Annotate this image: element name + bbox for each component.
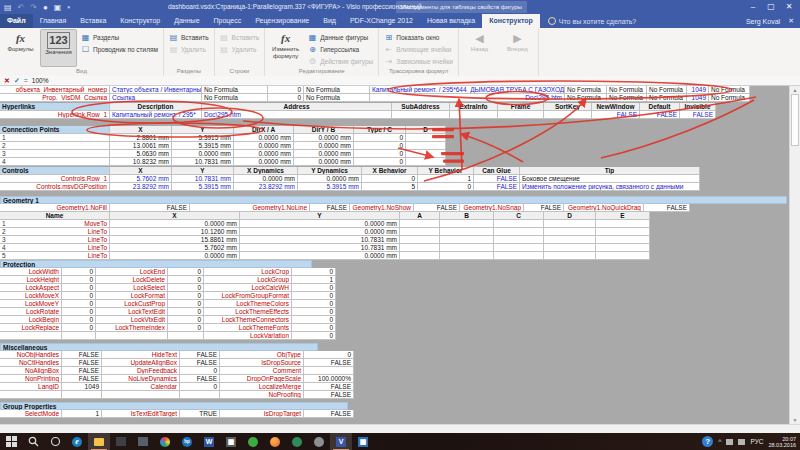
sheet-cell[interactable] [304,367,354,375]
scrollbar-thumb[interactable] [791,94,799,146]
row-label-cell[interactable]: объекта_Инвентарный_номер [0,86,110,94]
horizontal-scrollbar[interactable] [0,424,800,433]
sheet-cell[interactable]: 0 [62,284,96,292]
sheet-cell[interactable]: FALSE [180,375,220,383]
sheet-cell[interactable] [440,228,494,236]
sheet-cell[interactable]: No Formula [709,94,750,102]
sheet-cell[interactable]: 1 [292,276,336,284]
sheet-cell[interactable] [494,236,544,244]
sheet-cell[interactable]: 0.0000 mm [294,150,354,158]
sheet-cell[interactable]: 5.0630 mm [110,150,172,158]
values-123-button[interactable]: 123Значения [40,29,77,67]
tray-icon[interactable] [726,439,733,445]
sheet-cell[interactable] [400,220,440,228]
taskbar-store[interactable] [110,433,132,450]
sheet-cell[interactable]: 0 [168,300,204,308]
row-label-cell[interactable]: Comment [220,367,304,375]
sheet-cell[interactable]: 5.7602 mm [110,175,172,183]
sheet-cell[interactable]: 0.0000 mm [298,175,362,183]
sheet-cell[interactable]: FALSE [180,351,220,359]
row-label-cell[interactable]: Calendar [102,383,180,391]
cancel-formula-icon[interactable]: ✕ [4,77,10,85]
row-label-cell[interactable]: Geometry1.NoQuickDrag [564,204,644,212]
sheet-cell[interactable] [494,220,544,228]
row-label-cell[interactable]: LockThemeIndex [96,324,168,332]
sheet-cell[interactable] [62,332,96,340]
hyperlink-button[interactable]: ⊕Гиперссылка [305,43,376,55]
sheet-cell[interactable]: FALSE [304,359,354,367]
tab-pdf-xchange-2012[interactable]: PDF-XChange 2012 [343,14,420,28]
sheet-cell[interactable]: 0.0000 mm [294,142,354,150]
row-label-cell[interactable]: UpdateAlignBox [102,359,180,367]
row-label-cell[interactable]: LockAspect [0,284,62,292]
tab-данные[interactable]: Данные [167,14,206,28]
row-label-cell[interactable]: LockRotate [0,308,62,316]
taskbar-search-icon[interactable] [22,433,44,450]
sheet-cell[interactable] [596,244,650,252]
sheet-cell[interactable]: 13.0061 mm [110,142,172,150]
sheet-cell[interactable] [406,158,446,166]
taskbar-app-globe[interactable] [286,433,308,450]
precedents-button[interactable]: ⇤Влияющие ячейки [381,43,456,55]
user-icon[interactable]: ● [43,3,48,12]
user-name[interactable]: Serg Koval [746,18,780,25]
sheet-cell[interactable] [440,244,494,252]
sheet-cell[interactable] [596,228,650,236]
sheet-cell[interactable]: 0 [354,158,406,166]
sheet-cell[interactable]: 0.0000 mm [110,252,240,260]
sheet-cell[interactable] [498,111,544,119]
row-label-cell[interactable]: LockDelete [96,276,168,284]
minimize-button[interactable]: – [744,0,762,14]
language-indicator[interactable]: РУС [750,438,763,445]
row-label-cell[interactable]: LangID [0,383,62,391]
qat-dropdown-icon[interactable]: ▾ [67,4,70,10]
sheet-cell[interactable]: 15.8861 mm [110,236,240,244]
row-label-cell[interactable]: Controls.Row_1 [0,175,110,183]
redo-icon[interactable]: ↷ [30,3,37,12]
sheet-cell[interactable]: Doc\295.htm [202,111,392,119]
row-label-cell[interactable]: IsTextEditTarget [102,410,180,418]
sheet-cell[interactable]: 5.3915 mm [172,142,234,150]
taskbar-app-grid[interactable]: ▦ [352,433,374,450]
sheet-cell[interactable]: 2 [0,142,110,150]
sheet-cell[interactable]: No Formula [565,94,607,102]
sheet-cell[interactable]: 0.0000 mm [234,158,294,166]
tab-tool-constructor[interactable]: Конструктор [482,14,540,28]
sheet-cell[interactable]: 2LineTo [0,228,110,236]
sheet-cell[interactable]: FALSE [524,204,564,212]
sheet-cell[interactable]: 23.8292 mm [110,183,172,191]
sheet-cell[interactable] [450,111,498,119]
row-label-cell[interactable]: LockTextEdit [96,308,168,316]
taskbar-edge[interactable]: e [66,433,88,450]
row-label-cell[interactable]: NoCtlHandles [0,359,62,367]
sheet-cell[interactable]: 5LineTo [0,252,110,260]
maximize-button[interactable]: ▢ [762,0,780,14]
sheet-cell[interactable]: 4LineTo [0,244,110,252]
sheet-cell[interactable]: FALSE [62,375,102,383]
sheet-cell[interactable]: 0.0000 mm [110,220,240,228]
sheet-cell[interactable]: FALSE [680,111,716,119]
sheet-cell[interactable] [494,252,544,260]
row-label-cell[interactable]: DropOnPageScale [220,375,304,383]
sheet-cell[interactable]: 0 [304,351,354,359]
sheet-cell[interactable]: 0 [354,134,406,142]
back-arrow-button[interactable]: ◀Назад [461,29,498,67]
sheet-cell[interactable]: 0 [292,300,336,308]
scroll-down-icon[interactable]: ▼ [790,416,800,424]
row-label-cell[interactable]: LockVariation [204,332,292,340]
sheet-cell[interactable]: 3LineTo [0,236,110,244]
sheet-cell[interactable]: FALSE [62,351,102,359]
row-label-cell[interactable]: Hyperlink.Row_1 [0,111,110,119]
row-label-cell[interactable]: LockGroup [204,276,292,284]
row-label-cell[interactable]: LockEnd [96,268,168,276]
taskbar-calculator[interactable]: ▦ [220,433,242,450]
sheet-cell[interactable] [400,228,440,236]
row-label-cell[interactable]: LockVtxEdit [96,316,168,324]
sheet-cell[interactable]: 23.8292 mm [234,183,298,191]
sheet-cell[interactable]: FALSE [62,367,102,375]
sheet-cell[interactable]: 10.7831 mm [240,244,400,252]
sheet-cell[interactable]: No Formula [647,94,687,102]
sheet-cell[interactable] [400,244,440,252]
row-label-cell[interactable] [0,391,62,399]
sheet-cell[interactable]: No Formula [607,86,647,94]
